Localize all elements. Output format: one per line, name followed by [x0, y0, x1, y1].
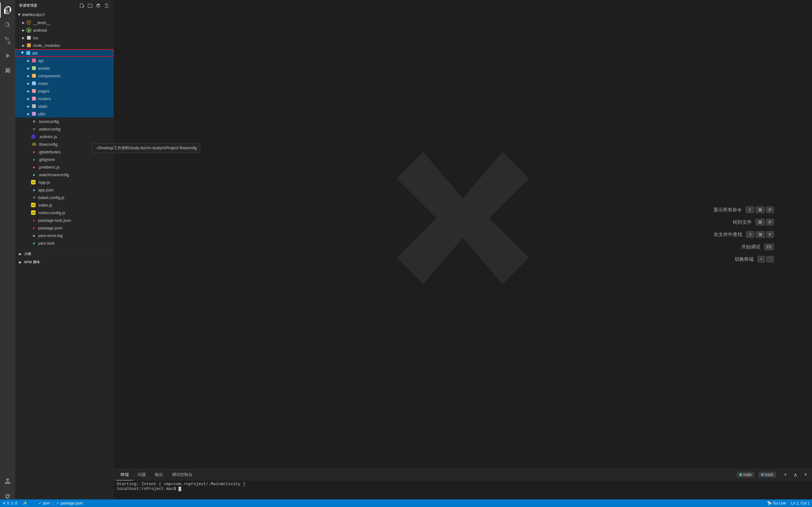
tab-output-label: 输出 — [155, 472, 163, 477]
sidebar-bottom-sections: ▶ 大纲 ▶ NPM 脚本 — [15, 249, 113, 266]
sidebar-header: 资源管理器 — [15, 0, 113, 11]
project-root[interactable]: ▶ RNPROJECT — [15, 11, 113, 19]
file-prettierrc[interactable]: ▶ ● .prettierrc.js — [15, 163, 113, 171]
terminal-actions: node bash + ∧ × — [737, 471, 809, 478]
icon-ios — [26, 35, 32, 41]
node-label: node — [743, 472, 752, 477]
svg-rect-3 — [27, 36, 31, 40]
shortcut-label-5: 切换终端 — [734, 257, 754, 262]
folder-routers[interactable]: ▶ routers — [15, 95, 113, 102]
folder-node-modules[interactable]: ▶ node_modules — [15, 42, 113, 49]
terminal-add-btn[interactable]: + — [781, 471, 789, 478]
chevron-components: ▶ — [26, 73, 31, 78]
file-watchmanconfig[interactable]: ▶ ● .watchmanconfig — [15, 171, 113, 178]
folder-ios[interactable]: ▶ ios — [15, 34, 113, 42]
folder-android[interactable]: ▶ android — [15, 26, 113, 34]
shortcut-label-2: 转到文件 — [733, 219, 752, 225]
file-appjs[interactable]: ▶ JS App.js — [15, 178, 113, 186]
chevron-routers: ▶ — [26, 96, 31, 101]
file-babelconfig[interactable]: ▶ ⚙ babel.config.js — [15, 193, 113, 201]
chevron-static: ▶ — [26, 104, 31, 109]
terminal-line-1: Starting: Intent { cmp=com.rnproject/.Ma… — [117, 482, 809, 487]
activity-source-control[interactable] — [0, 33, 15, 48]
label-appjson: app.json — [38, 187, 54, 192]
activity-search[interactable] — [0, 18, 15, 33]
label-tests: __tests__ — [33, 20, 51, 25]
icon-yarnlock: ● — [31, 240, 37, 246]
icon-packagelock: ● — [31, 217, 37, 223]
key-p2: P — [766, 219, 774, 226]
icon-prettierrc: ● — [31, 164, 37, 170]
label-node-modules: node_modules — [33, 43, 60, 48]
file-indexjs[interactable]: ▶ JS index.js — [15, 201, 113, 209]
folder-src[interactable]: ▶ src — [15, 49, 113, 57]
tab-debug-console[interactable]: 调试控制台 — [167, 469, 197, 481]
activity-account[interactable] — [0, 473, 15, 489]
file-buckconfig[interactable]: ▶ ⚙ .buckconfig — [15, 118, 113, 125]
activity-extensions[interactable] — [0, 63, 15, 78]
file-packagejson[interactable]: ▶ ● package.json — [15, 224, 113, 232]
file-eslintrc[interactable]: ▶ .eslintrc.js — [15, 133, 113, 140]
activity-run[interactable] — [0, 48, 15, 63]
file-appjson[interactable]: ▶ ● app.json — [15, 186, 113, 193]
project-name: RNPROJECT — [22, 13, 45, 17]
label-utils: utils — [38, 112, 45, 116]
terminal-tabs: 终端 问题 输出 调试控制台 node bash + — [113, 469, 812, 481]
icon-node-modules — [26, 43, 32, 48]
label-pages: pages — [38, 89, 49, 94]
collapse-icon[interactable] — [103, 3, 110, 9]
icon-components — [31, 73, 37, 78]
new-file-icon[interactable] — [79, 3, 85, 9]
key-cmd3: ⌘ — [756, 231, 765, 238]
file-yarnerror[interactable]: ▶ ● yarn-error.log — [15, 232, 113, 239]
npm-section[interactable]: ▶ NPM 脚本 — [15, 258, 113, 266]
tab-terminal[interactable]: 终端 — [116, 469, 133, 481]
file-metroconfig[interactable]: ▶ JS metro.config.js — [15, 209, 113, 216]
folder-components[interactable]: ▶ components — [15, 72, 113, 79]
folder-assets[interactable]: ▶ assets — [15, 64, 113, 72]
chevron-outline: ▶ — [18, 251, 23, 257]
icon-babelconfig: ⚙ — [31, 194, 37, 200]
icon-mobx — [31, 80, 37, 86]
icon-gitignore: ● — [31, 157, 37, 162]
error-icon: ✕ — [3, 501, 6, 505]
folder-mobx[interactable]: ▶ mobx — [15, 79, 113, 87]
file-packagelock[interactable]: ▶ ● package-lock.json — [15, 216, 113, 224]
editor-content: 显示所有命令 ⇧ ⌘ P 转到文件 ⌘ P 在文件中查找 ⇧ ⌘ — [113, 0, 812, 469]
sidebar-header-icons — [79, 3, 110, 9]
file-yarnlock[interactable]: ▶ ● yarn.lock — [15, 239, 113, 247]
tab-output[interactable]: 输出 — [150, 469, 167, 481]
terminal-minimize-btn[interactable]: ∧ — [792, 471, 799, 478]
status-errors[interactable]: ✕ 0 ⚠ 0 — [0, 499, 20, 507]
svg-rect-1 — [28, 22, 30, 22]
new-folder-icon[interactable] — [87, 3, 93, 9]
icon-flowconfig: JS — [31, 141, 37, 147]
status-json[interactable]: ✓ json — [36, 501, 52, 505]
folder-static[interactable]: ▶ static — [15, 102, 113, 110]
tab-problems[interactable]: 问题 — [133, 469, 150, 481]
label-watchmanconfig: .watchmanconfig — [38, 172, 69, 177]
shortcuts-panel: 显示所有命令 ⇧ ⌘ P 转到文件 ⌘ P 在文件中查找 ⇧ ⌘ — [713, 207, 774, 263]
outline-section[interactable]: ▶ 大纲 — [15, 250, 113, 258]
folder-tests[interactable]: ▶ __tests__ — [15, 19, 113, 26]
icon-metroconfig: JS — [31, 210, 36, 215]
node-server-tag[interactable]: node — [737, 472, 754, 477]
terminal-close-btn[interactable]: × — [802, 471, 809, 478]
label-flowconfig: .flowconfig — [38, 142, 57, 147]
status-go-live[interactable]: 📡 Go Live — [764, 499, 789, 507]
refresh-icon[interactable] — [95, 3, 101, 9]
icon-buckconfig: ⚙ — [31, 118, 37, 124]
folder-api[interactable]: ▶ api — [15, 57, 113, 64]
folder-pages[interactable]: ▶ pages — [15, 87, 113, 95]
status-package[interactable]: ✓ package.json — [54, 501, 86, 505]
key-backtick: ` — [766, 256, 774, 263]
chevron-node-modules: ▶ — [21, 43, 26, 48]
status-prettier[interactable]: ✨ — [20, 499, 30, 507]
bash-server-tag[interactable]: bash — [759, 472, 776, 477]
status-coords[interactable]: Ln 1, Col 1 — [789, 499, 812, 507]
svg-rect-0 — [28, 21, 30, 22]
activity-files[interactable] — [0, 3, 15, 18]
file-gitignore[interactable]: ▶ ● .gitignore — [15, 156, 113, 163]
file-editorconfig[interactable]: ▶ ⚙ .editorconfig — [15, 125, 113, 133]
folder-utils[interactable]: ▶ utils — [15, 110, 113, 118]
